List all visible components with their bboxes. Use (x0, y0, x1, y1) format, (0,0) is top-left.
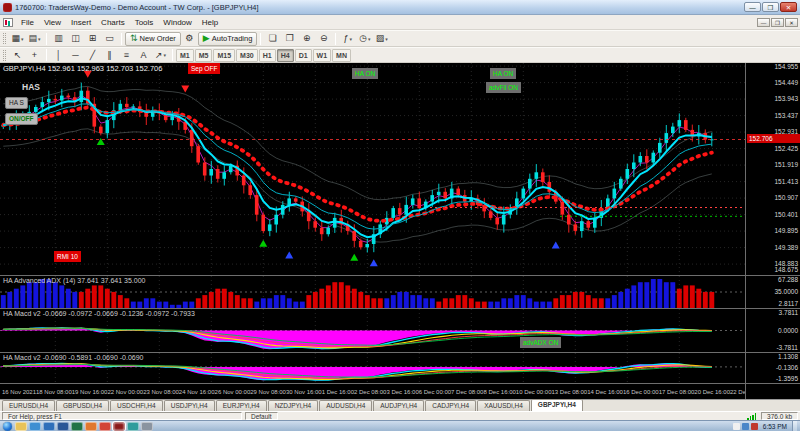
menu-insert[interactable]: Insert (66, 16, 96, 29)
new-chart-button[interactable]: ▦▾ (9, 32, 26, 46)
child-restore-button[interactable]: ❐ (771, 18, 784, 27)
arrows-dropdown-arrow-icon[interactable]: ▾ (164, 52, 167, 58)
taskbar-icon-settings[interactable] (141, 422, 153, 431)
timeframe-d1-button[interactable]: D1 (295, 49, 312, 62)
navigator-button[interactable]: ⊞ (84, 32, 101, 46)
cursor-button[interactable]: ↖ (9, 48, 26, 62)
periods-button[interactable]: ◷▾ (356, 32, 373, 46)
macd1-indicator-pane[interactable]: HA Macd v2 -0.0669 -0.0972 -0.0669 -0.12… (0, 309, 745, 352)
autotrading-button[interactable]: ▶AutoTrading (198, 32, 258, 46)
show-desktop-button[interactable] (792, 421, 797, 431)
chart-tab-cadjpyi-h4[interactable]: CADJPYi,H4 (425, 400, 476, 411)
zoom-in-button[interactable]: ⊕ (298, 32, 315, 46)
taskbar-icon-explorer[interactable] (15, 422, 27, 431)
menu-file[interactable]: File (16, 16, 39, 29)
rmi-label[interactable]: RMI 10 (54, 251, 81, 262)
menu-window[interactable]: Window (158, 16, 196, 29)
taskbar-icon-chrome[interactable] (99, 422, 111, 431)
minimize-button[interactable]: — (744, 2, 761, 12)
time-axis-label: 19 Nov 16:00 (72, 389, 108, 395)
price-chart-canvas[interactable] (0, 63, 745, 275)
ha-on-label-1[interactable]: HA ON (352, 68, 378, 79)
menu-help[interactable]: Help (197, 16, 223, 29)
taskbar-icon-excel[interactable] (71, 422, 83, 431)
chart-tab-xauusdi-h4[interactable]: XAUUSDi,H4 (477, 400, 530, 411)
indicators-dropdown-arrow-icon[interactable]: ▾ (350, 36, 353, 42)
crosshair-button[interactable]: + (26, 48, 43, 62)
taskbar-icon-browser[interactable] (29, 422, 41, 431)
expert-advisors-button[interactable]: ⚙ (181, 32, 198, 46)
new-order-button[interactable]: ⇅New Order (125, 32, 181, 46)
start-button[interactable] (3, 422, 12, 431)
tile-windows-button[interactable]: ❏ (264, 32, 281, 46)
adx-indicator-pane[interactable]: HA Advanced ADX (14) 37.641 37.641 35.00… (0, 276, 745, 308)
profiles-dropdown-arrow-icon[interactable]: ▾ (38, 36, 41, 42)
cascade-windows-button[interactable]: ❐ (281, 32, 298, 46)
profiles-button[interactable]: ▤▾ (26, 32, 43, 46)
ha-onoff-button[interactable]: ON/OFF (5, 113, 38, 125)
timeframe-h1-button[interactable]: H1 (259, 49, 276, 62)
menu-tools[interactable]: Tools (130, 16, 159, 29)
new-chart-dropdown-arrow-icon[interactable]: ▾ (21, 36, 24, 42)
child-minimize-button[interactable]: — (757, 18, 770, 27)
taskbar-icon-mail[interactable] (43, 422, 55, 431)
ha-settings-button[interactable]: HA S (5, 97, 28, 109)
advadx-on-label[interactable]: advADX ON (520, 337, 561, 348)
chart-tab-audjpyi-h4[interactable]: AUDJPYi,H4 (373, 400, 424, 411)
templates-button[interactable]: ▨▾ (373, 32, 390, 46)
taskbar-icon-notepad[interactable] (127, 422, 139, 431)
fibonacci-button[interactable]: ≡ (118, 48, 135, 62)
timeframe-mn-button[interactable]: MN (332, 49, 351, 62)
taskbar-clock[interactable]: 6:53 PM (760, 423, 790, 430)
timeframe-m15-button[interactable]: M15 (213, 49, 235, 62)
chart-tab-usdjpyi-h4[interactable]: USDJPYi,H4 (164, 400, 215, 411)
horizontal-line-button[interactable]: ─ (67, 48, 84, 62)
main-chart-pane[interactable]: GBPJPYi,H4 152.961 152.963 152.703 152.7… (0, 63, 745, 275)
toolbar-drag-handle[interactable] (3, 33, 6, 44)
chart-tab-gbpusdi-h4[interactable]: GBPUSDi,H4 (56, 400, 109, 411)
templates-dropdown-arrow-icon[interactable]: ▾ (385, 36, 388, 42)
timeframe-h4-button[interactable]: H4 (277, 49, 294, 62)
tray-icon-hidden-icons[interactable] (733, 423, 740, 430)
indicators-button[interactable]: ƒ▾ (339, 32, 356, 46)
close-button[interactable]: ✕ (780, 2, 797, 12)
chart-tab-eurjpyi-h4[interactable]: EURJPYi,H4 (216, 400, 267, 411)
taskbar-icon-mt4-terminal[interactable] (113, 422, 125, 431)
menu-view[interactable]: View (39, 16, 66, 29)
vertical-line-button[interactable]: │ (50, 48, 67, 62)
text-button[interactable]: A (135, 48, 152, 62)
price-scale[interactable]: 152.706 154.955154.449153.943153.437152.… (745, 63, 800, 275)
chart-tab-audusdi-h4[interactable]: AUDUSDi,H4 (319, 400, 372, 411)
profile-selector[interactable]: Default (245, 412, 278, 420)
chart-tab-gbpjpyi-h4[interactable]: GBPJPYi,H4 (531, 399, 583, 411)
chart-window-icon[interactable] (3, 18, 13, 27)
advfil-on-label[interactable]: advFil ON (486, 82, 521, 93)
zoom-out-button[interactable]: ⊖ (315, 32, 332, 46)
child-close-button[interactable]: ✕ (785, 18, 798, 27)
chart-tab-nzdjpyi-h4[interactable]: NZDJPYi,H4 (268, 400, 319, 411)
timeframe-m5-button[interactable]: M5 (195, 49, 213, 62)
periods-dropdown-arrow-icon[interactable]: ▾ (368, 36, 371, 42)
tray-icon-alert[interactable] (751, 423, 758, 430)
taskbar-icon-media-player[interactable] (85, 422, 97, 431)
arrows-button[interactable]: ↗▾ (152, 48, 169, 62)
market-watch-button[interactable]: ▥ (50, 32, 67, 46)
maximize-button[interactable]: ❐ (762, 2, 779, 12)
chart-tab-eurusdi-h4[interactable]: EURUSDi,H4 (2, 400, 55, 411)
equidistant-channel-button[interactable]: ∥ (101, 48, 118, 62)
sep-off-label[interactable]: Sep OFF (188, 63, 220, 74)
chart-tab-usdchfi-h4[interactable]: USDCHFi,H4 (110, 400, 163, 411)
taskbar-icon-word[interactable] (57, 422, 69, 431)
macd2-indicator-pane[interactable]: HA Macd v2 -0.0690 -0.5891 -0.0690 -0.06… (0, 353, 745, 383)
data-window-button[interactable]: ◫ (67, 32, 84, 46)
timeframe-m30-button[interactable]: M30 (236, 49, 258, 62)
menu-charts[interactable]: Charts (96, 16, 130, 29)
tray-icon-network[interactable] (742, 423, 749, 430)
ha-on-label-2[interactable]: HA ON (490, 68, 516, 79)
terminal-button[interactable]: ▭ (101, 32, 118, 46)
toolbar-drag-handle-2[interactable] (3, 50, 6, 61)
trendline-button[interactable]: ╱ (84, 48, 101, 62)
timeframe-m1-button[interactable]: M1 (176, 49, 194, 62)
timeframe-w1-button[interactable]: W1 (313, 49, 332, 62)
time-axis[interactable]: 16 Nov 202118 Nov 08:0019 Nov 16:0022 No… (0, 383, 745, 399)
